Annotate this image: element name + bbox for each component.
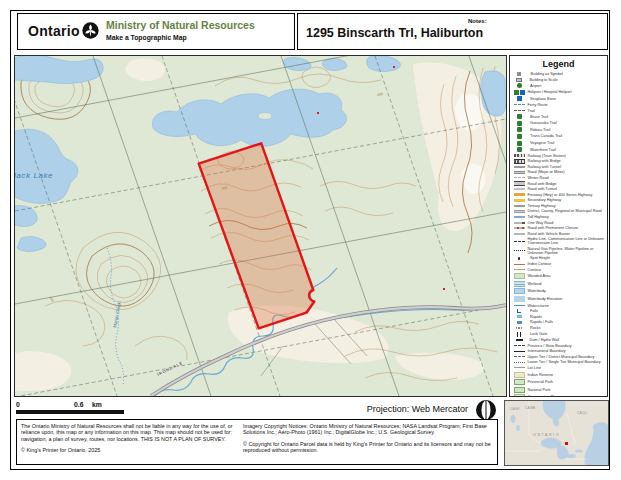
bld-sym-swatch-icon [517,72,521,76]
legend-item-label: Ferry Route [528,103,606,107]
legend-item-label: Hydro Line, Communication Line or Unknow… [528,237,606,245]
contour-swatch-icon [514,269,525,270]
rocks-swatch-icon [516,327,522,329]
lower-bound-swatch-icon [514,362,525,363]
ferry-swatch-icon [514,104,525,105]
legend-item-label: Secondary Highway [528,198,606,202]
legend-item-label: Toll Highway [528,215,606,219]
legend-item-label: Railway with Tunnel [528,165,606,169]
legend-item-label: Watercourse [528,304,606,308]
legend-item-label: Trans Canada Trail [530,134,605,138]
legend-item-label: Road with Vehicle Barrier [528,232,606,236]
legend-item: Railway with Tunnel [514,165,605,169]
rapids-falls-swatch-icon [517,321,522,324]
legend-item: Falls [514,309,605,313]
projection-label: Projection: Web Mercator [300,404,468,414]
road-swatch-icon [514,171,525,174]
topo-map: Black Lake Martin Creek IRONDALE 400 400… [15,56,506,396]
legend-item: Province / State Boundary [514,344,605,348]
trail-green-swatch-icon [517,134,522,139]
legend-item-label: Rapids [530,315,605,319]
legend-item: Trans Canada Trail [514,134,605,139]
winter-swatch-icon [514,177,525,178]
rail-bridge-swatch-icon [514,160,525,163]
page-title: 1295 Binscarth Trl, Haliburton [306,26,483,40]
legend-item: Natural Gas Pipeline, Water Pipeline or … [514,247,605,255]
legend-item-label: Rideau Trail [530,128,605,132]
legend-item-label: Dam / Hydro Wall [530,338,606,342]
lake-label: Black Lake [15,171,53,180]
legend-item-label: Wetland [528,282,606,286]
legend-item-label: Trail [528,109,606,113]
contour-label: 400 [377,92,383,97]
topographic-map-canvas: Black Lake Martin Creek IRONDALE 400 400… [14,55,507,397]
legend-item-label: Upper Tier / District Municipal Boundary [528,355,606,359]
legend-item-label: Waterfront Trail [530,148,605,152]
legend-item-label: Road (Major or Minor) [528,170,606,174]
legend-item-label: Index Contour [528,262,606,266]
header-branding: Ontario Ministry of Natural Resources Ma… [17,13,295,50]
legend-item-label: Indian Reserve [528,373,606,377]
tert-hwy-swatch-icon [514,205,525,208]
legend-item-label: Lot Line [528,366,606,370]
imagery-notices-column: Imagery Copyright Notices: Ontario Minis… [243,423,491,454]
barrier-swatch-icon [514,233,525,235]
notes-label: Notes: [468,18,487,24]
legend-item: Waterbody Elevation [514,296,605,302]
legend-item: Seaplane Base [514,96,605,101]
road-bridge-swatch-icon [514,182,525,185]
ontario-wordmark: Ontario [28,23,80,39]
legend-item: Lot Line [514,366,605,370]
trail-green-swatch-icon [517,127,522,132]
legend-item: Tertiary Highway [514,204,605,208]
legend-item: Rideau Trail [514,127,605,132]
legend-item-label: Spot Height [530,256,605,260]
legend-item-label: Building to Scale [530,78,606,82]
legend-item-label: Waterbody Elevation [528,297,606,301]
intl-bound-swatch-icon [514,351,525,352]
rail-tunnel-swatch-icon [514,166,525,168]
ontario-trillium-icon [82,22,99,39]
legend-item-label: Ganaraska Trail [530,121,605,125]
map-sheet: Ontario Ministry of Natural Resources Ma… [0,0,621,480]
legend-item-label: Province / State Boundary [528,344,606,348]
legend-item: Waterbody [514,288,605,294]
legend-item: Road (Major or Minor) [514,170,605,174]
trail-green-swatch-icon [517,114,522,119]
legend-item: Railway (Train Station) [514,154,605,158]
closure-swatch-icon [514,227,525,229]
legend-item-label: Railway with Bridge [528,159,606,163]
legend-item-label: Bruce Trail [530,115,605,119]
legend-item-label: Seaplane Base [530,97,605,101]
legend-items: Building as SymbolBuilding to ScaleAirpo… [510,72,607,397]
imagery-notices-text: Imagery Copyright Notices: Ontario Minis… [243,423,491,436]
scale-end-label: 0.6 [74,401,83,408]
wooded-swatch-icon [514,273,525,279]
inset-map: CA SK CA MB CA QC ONTARIO [505,401,608,465]
toll-swatch-icon [514,216,525,219]
legend-item: Dam / Hydro Wall [514,338,605,342]
legend-item: Building to Scale [514,78,605,82]
inset-region-label: CA QC [577,411,588,415]
disclaimer-text: The Ontario Ministry of Natural Resource… [21,423,233,442]
wb-elev-swatch-icon [514,296,525,302]
legend-item-label: Provincial Park [528,380,606,384]
legend-item: Rapids / Falls [514,320,605,324]
heliport-swatch-icon [514,90,525,95]
prov-park-swatch-icon [514,379,525,385]
legend-item: Toll Highway [514,215,605,219]
hydro-swatch-icon [514,241,525,242]
legend-item: One Way Road [514,221,605,225]
legend-item: National Park [514,387,605,393]
legend-item-label: Falls [530,309,605,313]
trail-green-swatch-icon [517,147,522,152]
airport-swatch-icon [517,83,522,88]
legend-item: Indian Reserve [514,372,605,378]
app-subtitle: Make a Topographic Map [106,34,187,41]
legend-item: Watercourse [514,304,605,308]
legend-item: Heliport / Hospital Heliport [514,90,605,95]
legend-item-label: Heliport / Hospital Heliport [528,90,606,94]
legend-item: Road with Permanent Closure [514,226,605,230]
parcel-copyright-text: © Copyright for Ontario Parcel data is h… [243,441,491,454]
inset-region-label: CA MB [525,406,536,410]
